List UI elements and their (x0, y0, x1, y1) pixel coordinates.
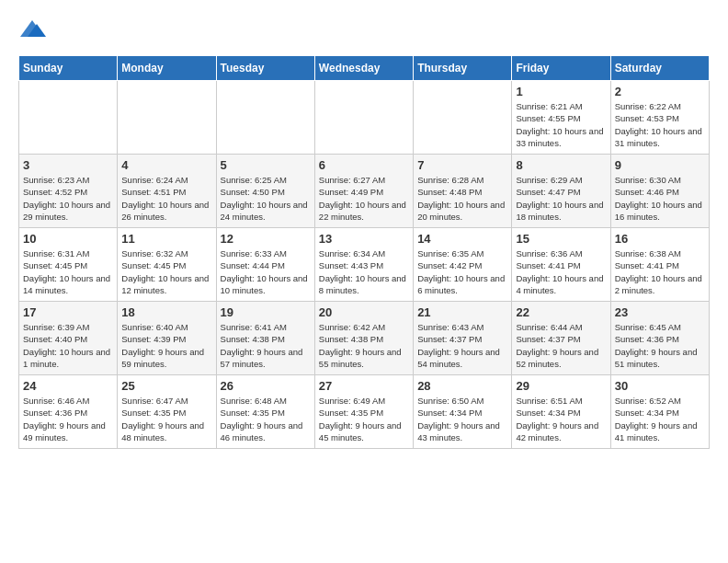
day-info: Sunrise: 6:25 AM Sunset: 4:50 PM Dayligh… (221, 174, 311, 223)
day-info: Sunrise: 6:41 AM Sunset: 4:38 PM Dayligh… (221, 321, 311, 370)
calendar-cell (414, 81, 512, 155)
calendar-cell: 5Sunrise: 6:25 AM Sunset: 4:50 PM Daylig… (216, 155, 314, 228)
day-number: 4 (121, 158, 211, 172)
day-info: Sunrise: 6:49 AM Sunset: 4:35 PM Dayligh… (319, 395, 409, 443)
day-number: 22 (516, 305, 606, 319)
calendar-cell: 27Sunrise: 6:49 AM Sunset: 4:35 PM Dayli… (314, 375, 413, 449)
calendar-header-row: SundayMondayTuesdayWednesdayThursdayFrid… (19, 56, 710, 81)
calendar-cell: 1Sunrise: 6:21 AM Sunset: 4:55 PM Daylig… (512, 81, 610, 155)
day-number: 13 (319, 232, 409, 246)
day-number: 19 (221, 305, 311, 319)
day-info: Sunrise: 6:50 AM Sunset: 4:34 PM Dayligh… (417, 395, 507, 443)
calendar-cell (216, 81, 314, 155)
calendar-week-1: 1Sunrise: 6:21 AM Sunset: 4:55 PM Daylig… (19, 81, 710, 155)
day-header-monday: Monday (118, 56, 216, 81)
calendar-cell: 29Sunrise: 6:51 AM Sunset: 4:34 PM Dayli… (512, 375, 610, 449)
day-info: Sunrise: 6:51 AM Sunset: 4:34 PM Dayligh… (516, 395, 606, 443)
day-number: 30 (615, 379, 705, 393)
day-header-thursday: Thursday (414, 56, 512, 81)
day-info: Sunrise: 6:22 AM Sunset: 4:53 PM Dayligh… (615, 100, 705, 149)
day-info: Sunrise: 6:21 AM Sunset: 4:55 PM Dayligh… (516, 100, 606, 149)
calendar-cell: 19Sunrise: 6:41 AM Sunset: 4:38 PM Dayli… (216, 302, 314, 375)
day-header-tuesday: Tuesday (216, 56, 314, 81)
day-info: Sunrise: 6:35 AM Sunset: 4:42 PM Dayligh… (417, 247, 507, 296)
calendar-week-4: 17Sunrise: 6:39 AM Sunset: 4:40 PM Dayli… (19, 302, 710, 375)
calendar-cell (314, 81, 413, 155)
day-info: Sunrise: 6:42 AM Sunset: 4:38 PM Dayligh… (319, 321, 409, 370)
day-info: Sunrise: 6:31 AM Sunset: 4:45 PM Dayligh… (23, 247, 113, 296)
day-number: 17 (23, 305, 113, 319)
day-info: Sunrise: 6:39 AM Sunset: 4:40 PM Dayligh… (23, 321, 113, 370)
day-number: 29 (516, 379, 606, 393)
page-header (18, 18, 710, 40)
calendar-cell: 21Sunrise: 6:43 AM Sunset: 4:37 PM Dayli… (414, 302, 512, 375)
day-number: 10 (23, 232, 113, 246)
calendar-cell: 14Sunrise: 6:35 AM Sunset: 4:42 PM Dayli… (414, 228, 512, 302)
day-number: 20 (319, 305, 409, 319)
day-info: Sunrise: 6:43 AM Sunset: 4:37 PM Dayligh… (417, 321, 507, 370)
calendar-cell: 18Sunrise: 6:40 AM Sunset: 4:39 PM Dayli… (118, 302, 216, 375)
calendar-week-5: 24Sunrise: 6:46 AM Sunset: 4:36 PM Dayli… (19, 375, 710, 449)
day-info: Sunrise: 6:32 AM Sunset: 4:45 PM Dayligh… (121, 247, 211, 296)
day-header-wednesday: Wednesday (314, 56, 413, 81)
day-header-saturday: Saturday (610, 56, 709, 81)
day-number: 6 (319, 158, 409, 172)
calendar-cell: 23Sunrise: 6:45 AM Sunset: 4:36 PM Dayli… (610, 302, 709, 375)
day-number: 1 (516, 85, 606, 98)
day-info: Sunrise: 6:33 AM Sunset: 4:44 PM Dayligh… (221, 247, 311, 296)
calendar-cell: 6Sunrise: 6:27 AM Sunset: 4:49 PM Daylig… (314, 155, 413, 228)
day-number: 27 (319, 379, 409, 393)
calendar-cell: 11Sunrise: 6:32 AM Sunset: 4:45 PM Dayli… (118, 228, 216, 302)
calendar-cell (118, 81, 216, 155)
calendar-cell: 28Sunrise: 6:50 AM Sunset: 4:34 PM Dayli… (414, 375, 512, 449)
day-header-friday: Friday (512, 56, 610, 81)
day-header-sunday: Sunday (19, 56, 118, 81)
day-number: 18 (121, 305, 211, 319)
day-number: 21 (417, 305, 507, 319)
day-number: 11 (121, 232, 211, 246)
day-number: 26 (221, 379, 311, 393)
day-number: 28 (417, 379, 507, 393)
calendar-cell: 30Sunrise: 6:52 AM Sunset: 4:34 PM Dayli… (610, 375, 709, 449)
day-number: 9 (615, 158, 705, 172)
calendar-cell (19, 81, 118, 155)
day-info: Sunrise: 6:36 AM Sunset: 4:41 PM Dayligh… (516, 247, 606, 296)
calendar-week-2: 3Sunrise: 6:23 AM Sunset: 4:52 PM Daylig… (19, 155, 710, 228)
calendar-cell: 7Sunrise: 6:28 AM Sunset: 4:48 PM Daylig… (414, 155, 512, 228)
day-info: Sunrise: 6:27 AM Sunset: 4:49 PM Dayligh… (319, 174, 409, 223)
day-info: Sunrise: 6:47 AM Sunset: 4:35 PM Dayligh… (121, 395, 211, 443)
calendar-cell: 17Sunrise: 6:39 AM Sunset: 4:40 PM Dayli… (19, 302, 118, 375)
calendar-cell: 4Sunrise: 6:24 AM Sunset: 4:51 PM Daylig… (118, 155, 216, 228)
day-number: 5 (221, 158, 311, 172)
calendar-cell: 12Sunrise: 6:33 AM Sunset: 4:44 PM Dayli… (216, 228, 314, 302)
day-number: 24 (23, 379, 113, 393)
day-number: 23 (615, 305, 705, 319)
day-info: Sunrise: 6:24 AM Sunset: 4:51 PM Dayligh… (121, 174, 211, 223)
calendar-cell: 20Sunrise: 6:42 AM Sunset: 4:38 PM Dayli… (314, 302, 413, 375)
day-info: Sunrise: 6:23 AM Sunset: 4:52 PM Dayligh… (23, 174, 113, 223)
calendar-table: SundayMondayTuesdayWednesdayThursdayFrid… (18, 55, 710, 449)
calendar-cell: 13Sunrise: 6:34 AM Sunset: 4:43 PM Dayli… (314, 228, 413, 302)
day-number: 14 (417, 232, 507, 246)
calendar-cell: 22Sunrise: 6:44 AM Sunset: 4:37 PM Dayli… (512, 302, 610, 375)
calendar-cell: 16Sunrise: 6:38 AM Sunset: 4:41 PM Dayli… (610, 228, 709, 302)
day-number: 3 (23, 158, 113, 172)
day-info: Sunrise: 6:29 AM Sunset: 4:47 PM Dayligh… (516, 174, 606, 223)
day-number: 15 (516, 232, 606, 246)
calendar-cell: 25Sunrise: 6:47 AM Sunset: 4:35 PM Dayli… (118, 375, 216, 449)
day-info: Sunrise: 6:48 AM Sunset: 4:35 PM Dayligh… (221, 395, 311, 443)
calendar-cell: 9Sunrise: 6:30 AM Sunset: 4:46 PM Daylig… (610, 155, 709, 228)
calendar-cell: 26Sunrise: 6:48 AM Sunset: 4:35 PM Dayli… (216, 375, 314, 449)
day-number: 16 (615, 232, 705, 246)
logo-icon (18, 18, 46, 40)
logo (18, 18, 50, 40)
day-info: Sunrise: 6:34 AM Sunset: 4:43 PM Dayligh… (319, 247, 409, 296)
calendar-cell: 10Sunrise: 6:31 AM Sunset: 4:45 PM Dayli… (19, 228, 118, 302)
day-number: 8 (516, 158, 606, 172)
day-number: 25 (121, 379, 211, 393)
day-number: 12 (221, 232, 311, 246)
day-number: 2 (615, 85, 705, 98)
day-info: Sunrise: 6:40 AM Sunset: 4:39 PM Dayligh… (121, 321, 211, 370)
calendar-cell: 15Sunrise: 6:36 AM Sunset: 4:41 PM Dayli… (512, 228, 610, 302)
calendar-cell: 8Sunrise: 6:29 AM Sunset: 4:47 PM Daylig… (512, 155, 610, 228)
